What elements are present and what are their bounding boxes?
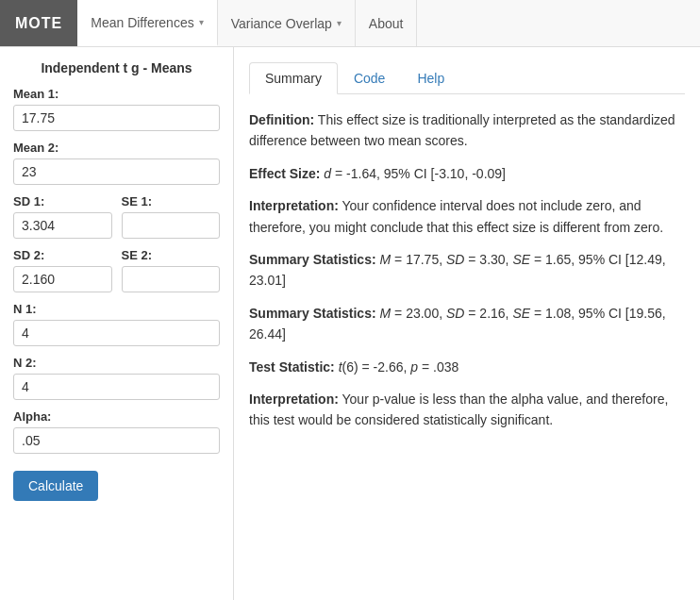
sidebar-title: Independent t g - Means <box>13 60 220 75</box>
effect-size-text: d = -1.64, 95% CI [-3.10, -0.09] <box>324 166 506 181</box>
mean2-input[interactable] <box>13 158 220 185</box>
sd1-input[interactable] <box>13 212 112 239</box>
stats1-label: Summary Statistics: <box>249 252 376 267</box>
se1-group: SE 1: <box>122 185 221 239</box>
alpha-input[interactable] <box>13 427 220 454</box>
interpretation2-paragraph: Interpretation: Your p-value is less tha… <box>249 389 685 431</box>
sd2-group: SD 2: <box>13 239 112 292</box>
navbar-variance-overlap-label: Variance Overlap <box>231 16 332 31</box>
stats2-label: Summary Statistics: <box>249 306 376 321</box>
n1-input[interactable] <box>13 320 220 346</box>
sd2-se2-row: SD 2: SE 2: <box>13 239 220 292</box>
stats2-paragraph: Summary Statistics: M = 23.00, SD = 2.16… <box>249 303 685 345</box>
se2-input[interactable] <box>122 266 221 292</box>
navbar: MOTE Mean Differences ▾ Variance Overlap… <box>0 0 700 47</box>
definition-label: Definition: <box>249 112 314 127</box>
stats1-paragraph: Summary Statistics: M = 17.75, SD = 3.30… <box>249 249 685 292</box>
mean1-label: Mean 1: <box>13 87 220 101</box>
n2-input[interactable] <box>13 374 220 400</box>
se1-label: SE 1: <box>122 194 221 208</box>
test-stat-text: t(6) = -2.66, p = .038 <box>339 359 459 375</box>
calculate-button[interactable]: Calculate <box>13 471 98 501</box>
se2-label: SE 2: <box>122 248 221 262</box>
mean-differences-caret-icon: ▾ <box>199 17 204 27</box>
sd1-label: SD 1: <box>13 194 112 208</box>
mean1-input[interactable] <box>13 105 220 131</box>
mean2-label: Mean 2: <box>13 141 220 155</box>
tab-help[interactable]: Help <box>401 62 460 94</box>
definition-paragraph: Definition: This effect size is traditio… <box>249 109 685 152</box>
alpha-label: Alpha: <box>13 409 220 424</box>
tab-code[interactable]: Code <box>338 62 401 94</box>
effect-size-paragraph: Effect Size: d = -1.64, 95% CI [-3.10, -… <box>249 163 685 184</box>
variance-overlap-caret-icon: ▾ <box>337 18 342 28</box>
sd2-input[interactable] <box>13 266 112 292</box>
sd2-label: SD 2: <box>13 248 112 262</box>
sd1-se1-row: SD 1: SE 1: <box>13 185 220 239</box>
interpretation1-paragraph: Interpretation: Your confidence interval… <box>249 195 685 238</box>
effect-size-label: Effect Size: <box>249 166 320 181</box>
tabs: Summary Code Help <box>249 62 685 94</box>
se2-group: SE 2: <box>122 239 221 292</box>
interpretation1-label: Interpretation: <box>249 198 339 213</box>
navbar-mean-differences[interactable]: Mean Differences ▾ <box>77 0 217 46</box>
navbar-variance-overlap[interactable]: Variance Overlap ▾ <box>218 0 356 46</box>
summary-panel: Definition: This effect size is traditio… <box>249 109 685 431</box>
navbar-about-label: About <box>369 16 404 31</box>
navbar-mean-differences-label: Mean Differences <box>91 15 193 30</box>
se1-input[interactable] <box>122 212 221 239</box>
n2-label: N 2: <box>13 356 220 370</box>
tab-summary[interactable]: Summary <box>249 62 338 94</box>
navbar-about[interactable]: About <box>356 0 418 46</box>
sidebar: Independent t g - Means Mean 1: Mean 2: … <box>0 47 234 600</box>
interpretation2-label: Interpretation: <box>249 392 339 407</box>
test-stat-label: Test Statistic: <box>249 359 335 375</box>
main-layout: Independent t g - Means Mean 1: Mean 2: … <box>0 47 700 600</box>
brand-logo: MOTE <box>0 0 77 46</box>
content-area: Summary Code Help Definition: This effec… <box>234 47 700 600</box>
n1-label: N 1: <box>13 302 220 316</box>
test-stat-paragraph: Test Statistic: t(6) = -2.66, p = .038 <box>249 357 685 377</box>
sd1-group: SD 1: <box>13 185 112 239</box>
